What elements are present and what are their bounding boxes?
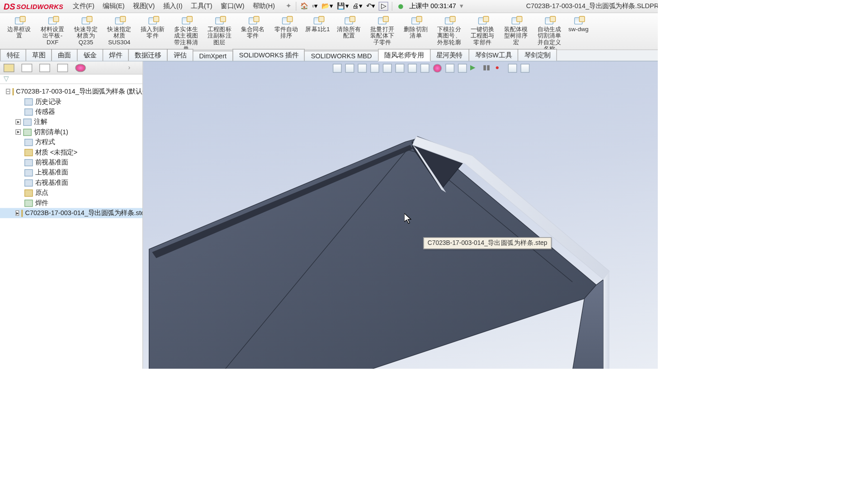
tree-node-10[interactable]: 焊件 (0, 198, 142, 208)
tree-tab-prop-icon[interactable] (21, 63, 32, 71)
tab-mbd[interactable]: SOLIDWORKS MBD (304, 51, 378, 61)
ribbon-btn-11[interactable]: 批量打开装配体下子零件 (366, 15, 399, 47)
tree-tab-appear-icon[interactable] (75, 63, 86, 71)
menu-edit[interactable]: 编辑(E) (103, 2, 124, 11)
tab-dimxpert[interactable]: DimXpert (193, 51, 233, 61)
ribbon-btn-15[interactable]: 装配体模型树排序宏 (499, 15, 533, 47)
tree-item-icon (24, 169, 33, 176)
tab-xinghe[interactable]: 星河美特 (429, 49, 469, 61)
menu-window[interactable]: 窗口(W) (221, 2, 244, 11)
tree-item-label: 右视基准面 (35, 178, 68, 187)
tree-root-node[interactable]: − C7023B-17-003-014_导出圆弧为样条 (默认<按加工 (0, 86, 142, 96)
ribbon-btn-16[interactable]: 自动生成切割清单并自定义名称 (533, 15, 566, 53)
ribbon-btn-3[interactable]: 快速指定材质SUS304 (103, 15, 136, 47)
print-icon[interactable]: 🖨▾ (352, 2, 362, 10)
tree-item-label: 传感器 (35, 107, 55, 116)
tree-node-8[interactable]: 右视基准面 (0, 178, 142, 188)
tab-weldment[interactable]: 焊件 (103, 49, 129, 61)
ribbon-btn-14[interactable]: 一键切换工程图与零部件 (466, 15, 499, 47)
collapse-icon[interactable]: − (6, 89, 10, 94)
tab-qinjian[interactable]: 琴剑SW工具 (468, 49, 518, 61)
ribbon-btn-13[interactable]: 下模拉分离图号、外形轮廓 (432, 15, 466, 47)
model-render (143, 61, 658, 369)
tree-item-icon (24, 108, 33, 115)
feature-tree-pane: › ▽ − C7023B-17-003-014_导出圆弧为样条 (默认<按加工 … (0, 61, 143, 369)
menu-file[interactable]: 文件(F) (73, 2, 94, 11)
part-icon (12, 88, 14, 95)
3d-viewport[interactable]: ▶ ▮▮ ● (143, 61, 658, 369)
menu-help[interactable]: 帮助(H) (253, 2, 275, 11)
tab-sheetmetal[interactable]: 钣金 (77, 49, 103, 61)
tree-node-9[interactable]: 原点 (0, 188, 142, 197)
session-dropdown-icon[interactable]: ▾ (460, 2, 463, 10)
menu-insert[interactable]: 插入(I) (163, 2, 183, 11)
ribbon-btn-4[interactable]: 插入到新零件 (136, 15, 170, 40)
ribbon-btn-7[interactable]: 集合同名零件 (236, 15, 269, 40)
mouse-cursor-icon (404, 213, 414, 225)
home-icon[interactable]: 🏠 (300, 2, 308, 10)
document-title: C7023B-17-003-014_导出圆弧为样条.SLDPRT * (467, 2, 658, 11)
tree-tab-dim-icon[interactable] (57, 63, 68, 71)
menu-tools[interactable]: 工具(T) (191, 2, 212, 11)
tree-item-icon (23, 128, 31, 136)
select-icon[interactable]: ▷ (379, 2, 388, 11)
save-icon[interactable]: 💾▾ (337, 2, 349, 10)
expand-icon[interactable]: ▸ (15, 119, 21, 125)
tree-item-icon (24, 98, 33, 105)
menu-view[interactable]: 视图(V) (133, 2, 155, 11)
ribbon-btn-0[interactable]: 边界框设置 (2, 15, 36, 40)
tree-item-label: 焊件 (35, 198, 48, 207)
tab-sketch[interactable]: 草图 (26, 49, 52, 61)
tab-eval[interactable]: 评估 (167, 49, 193, 61)
open-icon[interactable]: 📂▾ (321, 2, 333, 10)
tree-node-2[interactable]: ▸注解 (0, 117, 142, 127)
tree-root-label: C7023B-17-003-014_导出圆弧为样条 (默认<按加工 (16, 87, 142, 96)
ribbon-btn-5[interactable]: 多实体生成主视图带注释清单 (170, 15, 203, 53)
ribbon: 边界框设置 材料设置出平板-DXF 快速导定材质为Q235 快速指定材质SUS3… (0, 13, 658, 50)
tab-surface[interactable]: 曲面 (51, 49, 77, 61)
tree-item-label: C7023B-17-003-014_导出圆弧为样条.step -> (25, 209, 142, 218)
tree-item-icon (24, 149, 33, 156)
tree-item-label: 注解 (34, 117, 47, 127)
ribbon-btn-9[interactable]: 屏幕1比1 (303, 15, 332, 33)
tab-teacher[interactable]: 随风老师专用 (378, 49, 430, 61)
tree-item-icon (24, 159, 33, 166)
tree-item-label: 方程式 (35, 138, 55, 147)
tree-tab-config-icon[interactable] (39, 63, 50, 71)
filter-funnel-icon[interactable]: ▽ (4, 75, 9, 83)
expand-icon[interactable]: ▸ (15, 129, 21, 135)
undo-icon[interactable]: ↶▾ (366, 2, 375, 10)
tree-item-label: 原点 (35, 188, 48, 197)
expand-icon[interactable]: ▸ (15, 211, 19, 216)
pin-icon[interactable]: ✦ (286, 2, 291, 10)
tree-node-5[interactable]: 材质 <未指定> (0, 147, 142, 157)
new-icon[interactable]: ▫▾ (312, 2, 318, 10)
tab-addins[interactable]: SOLIDWORKS 插件 (232, 49, 305, 61)
ribbon-btn-2[interactable]: 快速导定材质为Q235 (69, 15, 103, 47)
rec-status-icon (398, 4, 403, 9)
ribbon-btn-17[interactable]: sw-dwg (566, 15, 591, 33)
tree-node-4[interactable]: 方程式 (0, 137, 142, 147)
tree-node-11[interactable]: ▸C7023B-17-003-014_导出圆弧为样条.step -> (0, 208, 142, 218)
tab-datamig[interactable]: 数据迁移 (128, 49, 168, 61)
tree-node-6[interactable]: 前视基准面 (0, 157, 142, 167)
tree-item-label: 上视基准面 (35, 168, 68, 177)
tree-node-3[interactable]: ▸切割清单(1) (0, 127, 142, 137)
session-label: 上课中 00:31:47 (409, 2, 456, 11)
tab-feature[interactable]: 特征 (0, 49, 26, 61)
ribbon-btn-12[interactable]: 删除切割清单 (399, 15, 433, 40)
tree-item-icon (24, 139, 33, 146)
tree-node-1[interactable]: 传感器 (0, 107, 142, 117)
tree-item-icon (21, 210, 23, 217)
tree-node-7[interactable]: 上视基准面 (0, 168, 142, 178)
ribbon-btn-8[interactable]: 零件自动排序 (269, 15, 303, 40)
tab-qinjian2[interactable]: 琴剑定制 (518, 49, 557, 61)
ribbon-btn-6[interactable]: 工程图标注副标注图层 (203, 15, 236, 47)
tree-tab-feature-icon[interactable] (4, 63, 14, 71)
tree-item-label: 切割清单(1) (34, 127, 68, 136)
hover-tooltip: C7023B-17-003-014_导出圆弧为样条.step (423, 237, 551, 249)
tree-expand-icon[interactable]: › (128, 63, 139, 71)
tree-node-0[interactable]: 历史记录 (0, 97, 142, 107)
ribbon-btn-10[interactable]: 清除所有配置 (332, 15, 366, 40)
ribbon-btn-1[interactable]: 材料设置出平板-DXF (36, 15, 69, 47)
